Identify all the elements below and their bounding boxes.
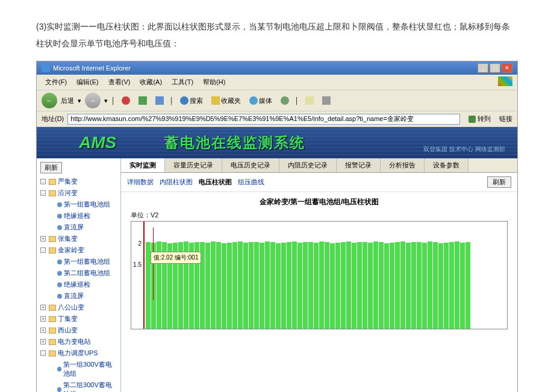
- maximize-button[interactable]: □: [490, 63, 500, 73]
- voltage-bar[interactable]: [146, 242, 151, 329]
- tree-toggle-icon[interactable]: -: [40, 350, 46, 356]
- voltage-bar[interactable]: [346, 241, 351, 329]
- voltage-bar[interactable]: [384, 243, 389, 329]
- voltage-bar[interactable]: [428, 241, 432, 329]
- voltage-bar[interactable]: [265, 241, 270, 329]
- voltage-bar[interactable]: [238, 241, 243, 329]
- voltage-bar[interactable]: [249, 242, 254, 329]
- voltage-bar[interactable]: [211, 241, 216, 329]
- subnav-link[interactable]: 组压曲线: [238, 178, 264, 185]
- tree-item[interactable]: -沿河变: [37, 187, 120, 199]
- voltage-bar[interactable]: [406, 243, 411, 329]
- voltage-bar[interactable]: [455, 241, 459, 329]
- menu-item[interactable]: 工具(T): [168, 76, 197, 88]
- tree-item[interactable]: 绝缘巡检: [37, 279, 120, 290]
- subnav-link[interactable]: 详细数据: [127, 178, 154, 185]
- tree-toggle-icon[interactable]: -: [40, 190, 46, 196]
- main-tab[interactable]: 容量历史记录: [165, 158, 222, 172]
- subnav-link[interactable]: 内阻柱状图: [160, 178, 193, 185]
- voltage-bar[interactable]: [319, 241, 324, 329]
- voltage-bar[interactable]: [363, 242, 367, 329]
- voltage-bar[interactable]: [222, 243, 226, 329]
- tree-item[interactable]: +电力变电站: [37, 336, 120, 347]
- voltage-bar[interactable]: [216, 242, 221, 329]
- refresh-button[interactable]: [136, 95, 149, 106]
- voltage-bar[interactable]: [390, 243, 394, 329]
- tree-toggle-icon[interactable]: -: [40, 179, 46, 184]
- voltage-bar[interactable]: [411, 242, 416, 329]
- voltage-bar[interactable]: [352, 243, 356, 329]
- voltage-bar[interactable]: [297, 243, 302, 329]
- tree-item[interactable]: +张集变: [37, 233, 120, 244]
- voltage-bar[interactable]: [417, 242, 422, 329]
- tree-item[interactable]: -电力调度UPS: [37, 347, 120, 359]
- voltage-bar[interactable]: [335, 243, 340, 329]
- voltage-bar[interactable]: [227, 243, 232, 329]
- tree-item[interactable]: -金家岭变: [37, 244, 120, 256]
- menu-item[interactable]: 查看(V): [105, 76, 134, 88]
- tree-item[interactable]: -严集变: [37, 176, 120, 187]
- links-label[interactable]: 链接: [499, 114, 512, 123]
- voltage-bar[interactable]: [438, 243, 443, 329]
- tree-refresh-button[interactable]: 刷新: [40, 162, 62, 173]
- menu-item[interactable]: 编辑(E): [73, 76, 102, 88]
- voltage-bar[interactable]: [460, 243, 465, 329]
- tree-item[interactable]: +丁集变: [37, 313, 120, 325]
- voltage-bar[interactable]: [205, 243, 210, 329]
- voltage-bar[interactable]: [373, 241, 378, 329]
- voltage-bar[interactable]: [330, 243, 335, 329]
- chart-refresh-button[interactable]: 刷新: [487, 176, 511, 188]
- voltage-bar[interactable]: [325, 242, 329, 329]
- history-button[interactable]: [278, 95, 291, 106]
- tree-item[interactable]: 第一组300V蓄电池组: [37, 359, 120, 379]
- subnav-link[interactable]: 电压柱状图: [199, 178, 232, 185]
- dropdown-icon[interactable]: ▾: [78, 97, 81, 105]
- voltage-bar[interactable]: [260, 243, 264, 329]
- stop-button[interactable]: [119, 95, 132, 106]
- dropdown-icon[interactable]: ▾: [104, 97, 108, 105]
- voltage-bar[interactable]: [232, 242, 237, 329]
- tree-item[interactable]: +八公山变: [37, 302, 120, 313]
- tree-toggle-icon[interactable]: +: [40, 316, 46, 322]
- minimize-button[interactable]: _: [478, 63, 488, 73]
- home-button[interactable]: [153, 95, 166, 106]
- url-input[interactable]: [67, 114, 460, 125]
- tree-item[interactable]: 第一组蓄电池组: [37, 256, 120, 267]
- go-button[interactable]: 转到: [464, 113, 496, 125]
- tree-toggle-icon[interactable]: -: [40, 247, 46, 253]
- main-tab[interactable]: 实时监测: [121, 158, 165, 172]
- main-tab[interactable]: 设备参数: [425, 158, 468, 172]
- main-tab[interactable]: 内阻历史记录: [279, 158, 337, 172]
- tree-toggle-icon[interactable]: +: [40, 236, 46, 241]
- voltage-bar[interactable]: [357, 242, 362, 329]
- tree-toggle-icon[interactable]: +: [40, 328, 46, 333]
- mail-button[interactable]: [303, 95, 316, 106]
- voltage-bar[interactable]: [422, 243, 427, 329]
- voltage-bar[interactable]: [281, 243, 286, 329]
- tree-item[interactable]: 第二组蓄电池组: [37, 267, 120, 279]
- back-button[interactable]: ←: [42, 93, 57, 108]
- voltage-bar[interactable]: [368, 243, 373, 329]
- voltage-bar[interactable]: [341, 242, 346, 329]
- favorites-button[interactable]: 收藏夹: [209, 95, 243, 107]
- main-tab[interactable]: 电压历史记录: [222, 158, 279, 172]
- voltage-bar[interactable]: [276, 243, 281, 329]
- voltage-bar[interactable]: [308, 242, 313, 329]
- tree-item[interactable]: 绝缘巡检: [37, 210, 120, 222]
- voltage-bar[interactable]: [379, 242, 384, 329]
- menu-item[interactable]: 收藏(A): [136, 76, 166, 88]
- main-tab[interactable]: 分析报告: [381, 158, 425, 172]
- voltage-bar[interactable]: [465, 242, 470, 329]
- voltage-bar[interactable]: [444, 243, 449, 329]
- tree-item[interactable]: 第一组蓄电池组: [37, 199, 120, 210]
- forward-button[interactable]: →: [85, 93, 101, 108]
- menu-item[interactable]: 帮助(H): [199, 76, 229, 88]
- voltage-bar[interactable]: [254, 242, 259, 329]
- media-button[interactable]: 媒体: [247, 95, 275, 107]
- voltage-bar[interactable]: [395, 242, 400, 329]
- voltage-bar[interactable]: [449, 242, 454, 329]
- voltage-bar[interactable]: [400, 241, 405, 329]
- voltage-bar[interactable]: [243, 243, 248, 329]
- main-tab[interactable]: 报警记录: [337, 158, 381, 172]
- search-button[interactable]: 搜索: [178, 95, 205, 107]
